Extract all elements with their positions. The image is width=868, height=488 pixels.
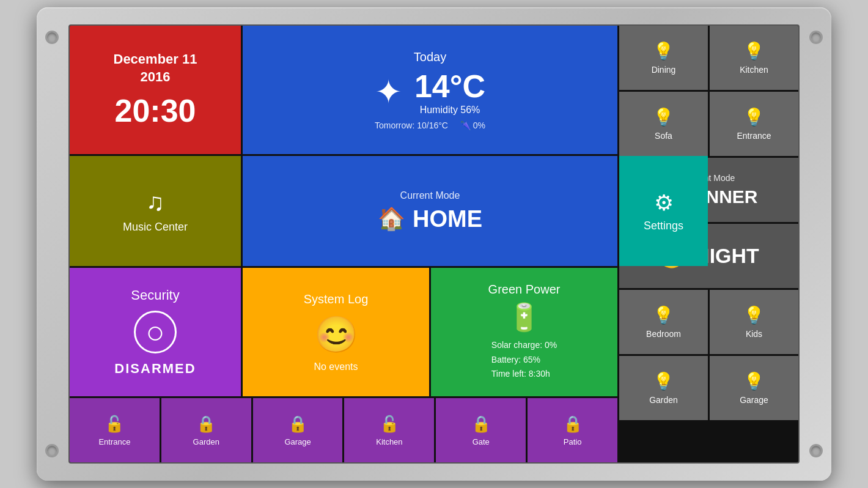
time-stat: Time left: 8:30h bbox=[491, 367, 557, 382]
security-status: DISARMED bbox=[114, 361, 196, 377]
kitchen-light-label: Kitchen bbox=[740, 65, 768, 75]
garage-light-tile[interactable]: 💡 Garage bbox=[710, 356, 798, 420]
garden-lock-icon: 🔒 bbox=[196, 415, 216, 434]
sun-icon: ✦ bbox=[375, 75, 402, 108]
screen: December 11 2016 20:30 Today ✦ 14°C Humi… bbox=[68, 24, 800, 464]
garage-lock-icon: 🔒 bbox=[288, 415, 307, 434]
kitchen-lock-tile[interactable]: 🔓 Kitchen bbox=[344, 398, 434, 462]
device-frame: December 11 2016 20:30 Today ✦ 14°C Humi… bbox=[37, 7, 831, 481]
garden-light-label: Garden bbox=[649, 395, 678, 405]
garage-lock-tile[interactable]: 🔒 Garage bbox=[253, 398, 343, 462]
settings-label: Settings bbox=[644, 220, 683, 232]
garage-bulb-icon: 💡 bbox=[743, 371, 765, 391]
syslog-title: System Log bbox=[304, 292, 369, 306]
datetime-tile[interactable]: December 11 2016 20:30 bbox=[70, 26, 241, 154]
dining-label: Dining bbox=[652, 65, 676, 75]
kids-tile[interactable]: 💡 Kids bbox=[710, 290, 798, 354]
garden-bulb-icon: 💡 bbox=[653, 371, 674, 391]
dining-bulb-icon: 💡 bbox=[653, 41, 674, 61]
smiley-icon: 😊 bbox=[314, 314, 358, 355]
lock-row: 🔓 Entrance 🔒 Garden 🔒 Garage 🔓 Kitchen 🔒 bbox=[70, 398, 617, 462]
rain-text: 🌂 0% bbox=[460, 120, 485, 130]
weather-title: Today bbox=[414, 50, 446, 64]
gate-lock-tile[interactable]: 🔒 Gate bbox=[436, 398, 526, 462]
patio-lock-icon: 🔒 bbox=[563, 415, 583, 434]
home-icon: 🏠 bbox=[378, 206, 405, 232]
entrance-light-label: Entrance bbox=[737, 131, 771, 141]
sofa-bulb-icon: 💡 bbox=[653, 107, 674, 127]
weather-tile[interactable]: Today ✦ 14°C Humidity 56% Tomorrow: 10/1… bbox=[243, 26, 617, 154]
weather-right: 14°C Humidity 56% bbox=[414, 68, 485, 116]
patio-lock-tile[interactable]: 🔒 Patio bbox=[528, 398, 617, 462]
kitchen-bulb-icon: 💡 bbox=[743, 41, 765, 61]
patio-lock-label: Patio bbox=[564, 437, 582, 446]
entrance-light-tile[interactable]: 💡 Entrance bbox=[710, 92, 798, 156]
settings-tile[interactable]: ⚙ Settings bbox=[619, 156, 708, 266]
kids-label: Kids bbox=[746, 329, 762, 339]
mount-hole-tr bbox=[809, 31, 823, 44]
solar-stat: Solar charge: 0% bbox=[491, 338, 557, 353]
entrance-lock-tile[interactable]: 🔓 Entrance bbox=[70, 398, 160, 462]
entrance-lock-label: Entrance bbox=[98, 437, 130, 446]
bedroom-label: Bedroom bbox=[646, 329, 681, 339]
tomorrow-text: Tomorrow: 10/16°C bbox=[375, 120, 448, 130]
settings-icon: ⚙ bbox=[654, 190, 674, 216]
entrance-bulb-icon: 💡 bbox=[743, 107, 765, 127]
entrance-lock-icon: 🔓 bbox=[105, 415, 124, 434]
syslog-status: No events bbox=[314, 361, 358, 372]
mount-hole-bl bbox=[45, 444, 59, 457]
mount-hole-br bbox=[809, 444, 823, 457]
kitchen-lock-icon: 🔓 bbox=[380, 415, 399, 434]
bedroom-bulb-icon: 💡 bbox=[653, 305, 674, 325]
current-mode-label: Current Mode bbox=[400, 190, 460, 201]
music-tile[interactable]: ♫ Music Center bbox=[70, 156, 241, 266]
date-text: December 11 2016 bbox=[114, 51, 197, 86]
garden-lock-tile[interactable]: 🔒 Garden bbox=[161, 398, 251, 462]
sofa-tile[interactable]: 💡 Sofa bbox=[619, 92, 708, 156]
kids-bulb-icon: 💡 bbox=[743, 305, 765, 325]
music-icon: ♫ bbox=[146, 188, 164, 216]
power-title: Green Power bbox=[488, 283, 561, 297]
garden-light-tile[interactable]: 💡 Garden bbox=[619, 356, 708, 420]
dining-tile[interactable]: 💡 Dining bbox=[619, 26, 708, 90]
music-label: Music Center bbox=[123, 221, 188, 234]
battery-icon: 🔋 bbox=[507, 301, 541, 333]
kitchen-lock-label: Kitchen bbox=[376, 437, 402, 446]
mode-tile[interactable]: Current Mode 🏠 HOME bbox=[243, 156, 617, 266]
battery-stat: Battery: 65% bbox=[491, 353, 557, 368]
bedroom-tile[interactable]: 💡 Bedroom bbox=[619, 290, 708, 354]
gate-lock-icon: 🔒 bbox=[471, 415, 491, 434]
security-icon: ○ bbox=[134, 311, 177, 353]
garage-lock-label: Garage bbox=[284, 437, 311, 446]
power-stats: Solar charge: 0% Battery: 65% Time left:… bbox=[491, 338, 557, 382]
syslog-tile[interactable]: System Log 😊 No events bbox=[243, 268, 429, 396]
current-mode-value: 🏠 HOME bbox=[378, 206, 482, 232]
weather-main: ✦ 14°C Humidity 56% bbox=[375, 68, 485, 116]
garden-lock-label: Garden bbox=[193, 437, 219, 446]
tomorrow-row: Tomorrow: 10/16°C 🌂 0% bbox=[375, 120, 485, 130]
security-tile[interactable]: Security ○ DISARMED bbox=[70, 268, 241, 396]
mode-value-text: HOME bbox=[413, 206, 482, 232]
garage-light-label: Garage bbox=[740, 395, 768, 405]
kitchen-light-tile[interactable]: 💡 Kitchen bbox=[710, 26, 798, 90]
mount-hole-tl bbox=[45, 31, 59, 44]
power-tile[interactable]: Green Power 🔋 Solar charge: 0% Battery: … bbox=[431, 268, 617, 396]
time-text: 20:30 bbox=[115, 92, 196, 129]
humidity: Humidity 56% bbox=[414, 105, 485, 116]
sofa-label: Sofa bbox=[655, 131, 672, 141]
security-title: Security bbox=[131, 287, 179, 303]
gate-lock-label: Gate bbox=[473, 437, 490, 446]
temp: 14°C bbox=[414, 68, 485, 105]
